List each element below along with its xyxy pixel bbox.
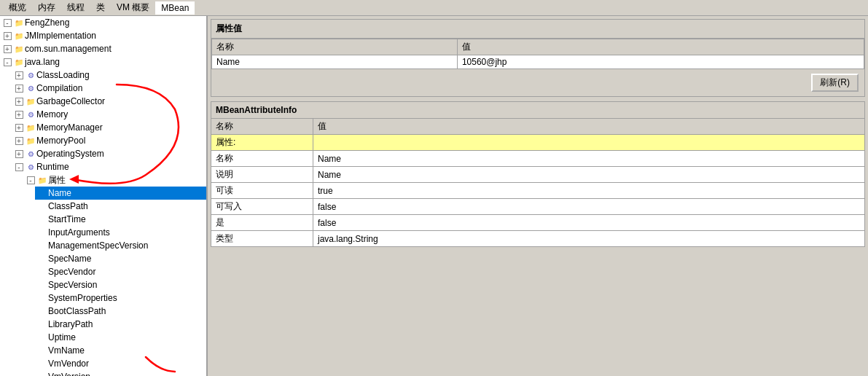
tree-node-name[interactable]: Name bbox=[35, 187, 206, 200]
mbean-row-3[interactable]: 可读true bbox=[211, 183, 865, 199]
mbean-cell-name-4: 可写入 bbox=[211, 199, 313, 215]
expander-mgmtspec bbox=[36, 240, 48, 251]
label-name: Name bbox=[48, 188, 71, 198]
expander-os[interactable] bbox=[13, 148, 25, 160]
tree-node-uptime[interactable]: Uptime bbox=[35, 331, 206, 344]
label-javalang: java.lang bbox=[25, 57, 60, 67]
expander-runtime[interactable] bbox=[13, 161, 25, 173]
tree-node-runtime[interactable]: ⚙ Runtime bbox=[12, 160, 206, 173]
expander-gc[interactable] bbox=[13, 95, 25, 107]
mbean-attr-table: 名称 值 属性:名称Name说明Name可读true可写入false是false… bbox=[211, 118, 865, 247]
tree-node-libpath[interactable]: LibraryPath bbox=[35, 318, 206, 331]
label-inputargs: InputArguments bbox=[48, 227, 110, 238]
mbean-attr-section: MBeanAttributeInfo 名称 值 属性:名称Name说明Name可… bbox=[211, 101, 865, 247]
refresh-button[interactable]: 刷新(R) bbox=[811, 74, 859, 92]
expander-jimpl[interactable] bbox=[1, 30, 13, 42]
mbean-row-4[interactable]: 可写入false bbox=[211, 199, 865, 215]
expander-memmanager[interactable] bbox=[13, 122, 25, 133]
icon-comsun: 📁 bbox=[13, 43, 25, 55]
tree-node-specvendor[interactable]: SpecVendor bbox=[35, 265, 206, 278]
label-classpath: ClassPath bbox=[48, 201, 88, 211]
expander-classloading[interactable] bbox=[13, 69, 25, 81]
tree-node-inputargs[interactable]: InputArguments bbox=[35, 226, 206, 239]
mbean-row-1[interactable]: 名称Name bbox=[211, 151, 865, 167]
label-mgmtspec: ManagementSpecVersion bbox=[48, 240, 148, 251]
menu-mbean[interactable]: MBean bbox=[155, 1, 195, 15]
mbean-cell-name-2: 说明 bbox=[211, 167, 313, 183]
menu-vm-summary[interactable]: VM 概要 bbox=[111, 0, 155, 15]
tree-node-vmvendor[interactable]: VmVendor bbox=[35, 357, 206, 370]
label-memmanager: MemoryManager bbox=[36, 122, 103, 133]
expander-shuxing[interactable] bbox=[25, 174, 36, 186]
mbean-row-0[interactable]: 属性: bbox=[211, 135, 865, 151]
tree-node-bootcp[interactable]: BootClassPath bbox=[35, 305, 206, 318]
attr-value-table: 名称 值 Name 10560@jhp bbox=[211, 39, 864, 69]
expander-name bbox=[36, 187, 48, 199]
expander-specvendor bbox=[36, 266, 48, 278]
expander-comsun[interactable] bbox=[1, 43, 13, 55]
tree-node-vmname[interactable]: VmName bbox=[35, 344, 206, 357]
menu-thread[interactable]: 线程 bbox=[61, 0, 90, 15]
mbean-row-6[interactable]: 类型java.lang.String bbox=[211, 231, 865, 247]
tree-node-specname[interactable]: SpecName bbox=[35, 252, 206, 265]
mbean-cell-value-3: true bbox=[313, 183, 865, 199]
mbean-cell-value-5: false bbox=[313, 215, 865, 231]
icon-memmanager: 📁 bbox=[25, 122, 36, 133]
label-compilation: Compilation bbox=[36, 83, 82, 93]
tree-node-memory[interactable]: ⚙ Memory bbox=[12, 108, 206, 121]
tree-node-fengzheng[interactable]: 📁 FengZheng bbox=[0, 16, 206, 29]
label-vmname: VmName bbox=[48, 345, 85, 356]
label-classloading: ClassLoading bbox=[36, 70, 90, 80]
icon-jimpl: 📁 bbox=[13, 30, 25, 42]
tree-node-vmversion[interactable]: VmVersion bbox=[35, 370, 206, 376]
mbean-col-name-header: 名称 bbox=[211, 119, 313, 135]
icon-shuxing: 📁 bbox=[36, 174, 48, 186]
mbean-cell-name-0: 属性: bbox=[211, 135, 313, 151]
tree-node-mempool[interactable]: 📁 MemoryPool bbox=[12, 134, 206, 147]
label-specname: SpecName bbox=[48, 254, 91, 264]
expander-memory[interactable] bbox=[13, 109, 25, 120]
tree-node-classloading[interactable]: ⚙ ClassLoading bbox=[12, 68, 206, 82]
tree-node-starttime[interactable]: StartTime bbox=[35, 213, 206, 226]
tree-node-compilation[interactable]: ⚙ Compilation bbox=[12, 82, 206, 95]
attr-value-cell: 10560@jhp bbox=[457, 55, 864, 69]
tree-node-jimpl[interactable]: 📁 JMImplementation bbox=[0, 29, 206, 42]
icon-classloading: ⚙ bbox=[25, 69, 36, 81]
expander-mempool[interactable] bbox=[13, 135, 25, 146]
mbean-cell-name-6: 类型 bbox=[211, 231, 313, 247]
expander-compilation[interactable] bbox=[13, 82, 25, 94]
label-bootcp: BootClassPath bbox=[48, 306, 106, 316]
tree-node-memmanager[interactable]: 📁 MemoryManager bbox=[12, 121, 206, 134]
icon-fengzheng: 📁 bbox=[13, 17, 25, 28]
tree-node-shuxing[interactable]: 📁 属性 bbox=[23, 173, 206, 187]
menu-memory[interactable]: 内存 bbox=[32, 0, 61, 15]
icon-os: ⚙ bbox=[25, 148, 36, 160]
icon-gc: 📁 bbox=[25, 95, 36, 107]
label-gc: GarbageCollector bbox=[36, 96, 105, 106]
mbean-row-2[interactable]: 说明Name bbox=[211, 167, 865, 183]
label-vmversion: VmVersion bbox=[48, 372, 90, 376]
expander-classpath bbox=[36, 200, 48, 212]
expander-inputargs bbox=[36, 227, 48, 238]
expander-fengzheng[interactable] bbox=[1, 17, 13, 28]
menu-class[interactable]: 类 bbox=[90, 0, 111, 15]
expander-javalang[interactable] bbox=[1, 56, 13, 68]
tree-node-classpath[interactable]: ClassPath bbox=[35, 200, 206, 213]
tree-node-javalang[interactable]: 📁 java.lang bbox=[0, 55, 206, 68]
icon-compilation: ⚙ bbox=[25, 82, 36, 94]
label-comsun: com.sun.management bbox=[25, 44, 112, 54]
tree-node-os[interactable]: ⚙ OperatingSystem bbox=[12, 147, 206, 160]
tree-node-specversion[interactable]: SpecVersion bbox=[35, 278, 206, 291]
attr-name-cell: Name bbox=[212, 55, 458, 69]
tree-node-sysprops[interactable]: SystemProperties bbox=[35, 291, 206, 305]
tree-node-comsun[interactable]: 📁 com.sun.management bbox=[0, 42, 206, 55]
tree-node-mgmtspec[interactable]: ManagementSpecVersion bbox=[35, 239, 206, 252]
mbean-row-5[interactable]: 是false bbox=[211, 215, 865, 231]
menu-overview[interactable]: 概览 bbox=[3, 0, 32, 15]
expander-specname bbox=[36, 253, 48, 265]
mbean-cell-value-4: false bbox=[313, 199, 865, 215]
expander-sysprops bbox=[36, 292, 48, 304]
tree-node-gc[interactable]: 📁 GarbageCollector bbox=[12, 95, 206, 108]
attr-value-row[interactable]: Name 10560@jhp bbox=[212, 55, 864, 69]
icon-javalang: 📁 bbox=[13, 56, 25, 68]
